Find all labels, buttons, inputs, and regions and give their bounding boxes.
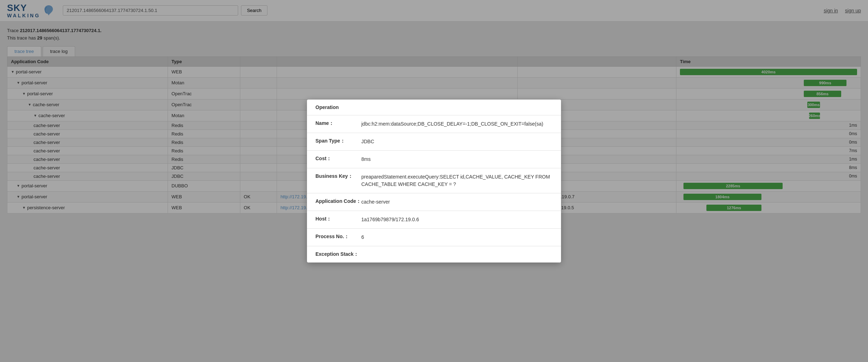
modal-app-code-row: Application Code： cache-server (307, 193, 561, 211)
modal-exception-stack-row: Exception Stack： (307, 246, 561, 263)
modal-process-no-value: 6 (361, 234, 364, 241)
modal-overlay[interactable]: Operation Name： jdbc:h2:mem:dataSource;D… (0, 0, 868, 362)
modal-span-type-value: JDBC (361, 138, 374, 145)
modal-span-type-row: Span Type： JDBC (307, 133, 561, 151)
modal-host-row: Host： 1a1769b79879/172.19.0.6 (307, 211, 561, 229)
modal-name-label: Name： (315, 120, 361, 127)
modal-cost-row: Cost： 8ms (307, 151, 561, 168)
modal-name-value: jdbc:h2:mem:dataSource;DB_CLOSE_DELAY=-1… (361, 120, 543, 128)
modal-operation-label: Operation (315, 104, 361, 110)
modal-operation-header: Operation (307, 99, 561, 115)
modal-exception-stack-label: Exception Stack： (315, 251, 361, 258)
modal-app-code-value: cache-server (361, 198, 390, 206)
modal-host-value: 1a1769b79879/172.19.0.6 (361, 216, 419, 223)
modal-cost-value: 8ms (361, 156, 370, 163)
modal-span-type-label: Span Type： (315, 138, 361, 144)
modal-cost-label: Cost： (315, 156, 361, 162)
modal-host-label: Host： (315, 216, 361, 222)
modal-app-code-label: Application Code： (315, 198, 361, 205)
modal-business-key-value: preaparedStatement.executeQuery:SELECT i… (361, 173, 553, 188)
modal-process-no-row: Process No.： 6 (307, 229, 561, 246)
modal-name-row: Name： jdbc:h2:mem:dataSource;DB_CLOSE_DE… (307, 115, 561, 133)
modal-business-key-row: Business Key： preaparedStatement.execute… (307, 168, 561, 193)
modal-process-no-label: Process No.： (315, 234, 361, 240)
modal-business-key-label: Business Key： (315, 173, 361, 180)
modal: Operation Name： jdbc:h2:mem:dataSource;D… (307, 99, 561, 263)
